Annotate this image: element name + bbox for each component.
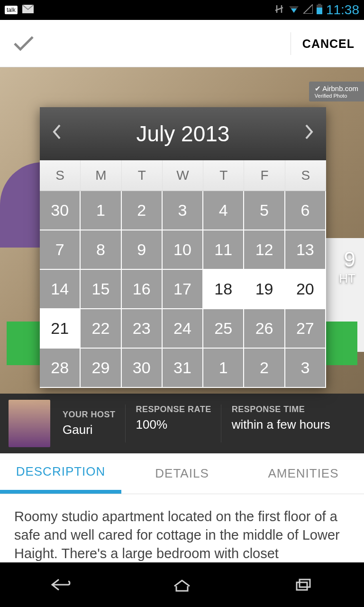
svg-rect-3 — [318, 4, 321, 5]
your-host-column: YOUR HOST Gauri — [59, 410, 119, 437]
vibrate-icon — [274, 4, 284, 17]
calendar-header: July 2013 — [40, 107, 326, 160]
response-time-value: within a few hours — [232, 417, 330, 432]
calendar-day[interactable]: 20 — [285, 270, 326, 309]
calendar-day[interactable]: 14 — [40, 270, 81, 309]
next-month-button[interactable] — [300, 120, 319, 147]
calendar-day[interactable]: 31 — [163, 349, 203, 388]
description-text: Roomy studio apartment located on the fi… — [0, 494, 364, 562]
calendar-day[interactable]: 9 — [122, 230, 163, 270]
weekday-header: M — [81, 160, 121, 191]
calendar-day[interactable]: 24 — [163, 309, 203, 349]
cancel-button[interactable]: CANCEL — [291, 32, 355, 55]
calendar-day[interactable]: 5 — [244, 191, 285, 230]
calendar-day[interactable]: 30 — [40, 191, 81, 230]
calendar-day[interactable]: 25 — [203, 309, 244, 349]
badge-subtitle: Verified Photo — [315, 93, 358, 99]
cell-signal-icon — [303, 4, 313, 16]
calendar-day[interactable]: 26 — [244, 309, 285, 349]
weekday-header: S — [40, 160, 81, 191]
response-rate-column: RESPONSE RATE 100% — [125, 405, 215, 442]
svg-rect-4 — [297, 582, 307, 590]
home-button[interactable] — [168, 576, 196, 593]
calendar-day[interactable]: 11 — [203, 230, 244, 270]
calendar-day[interactable]: 7 — [40, 230, 81, 270]
response-rate-label: RESPONSE RATE — [136, 405, 211, 414]
svg-rect-2 — [317, 8, 322, 14]
calendar-day[interactable]: 3 — [163, 191, 203, 230]
svg-rect-5 — [300, 579, 310, 587]
calendar-day[interactable]: 27 — [285, 309, 326, 349]
calendar-day[interactable]: 15 — [81, 270, 121, 309]
calendar-day[interactable]: 13 — [285, 230, 326, 270]
host-avatar[interactable] — [9, 400, 50, 447]
calendar-day[interactable]: 29 — [81, 349, 121, 388]
calendar-day[interactable]: 28 — [40, 349, 81, 388]
calendar-day[interactable]: 1 — [81, 191, 121, 230]
status-bar: talk 11:38 — [0, 0, 364, 20]
tab-amenities[interactable]: AMENITIES — [243, 453, 364, 494]
calendar-day[interactable]: 21 — [40, 309, 81, 349]
calendar-day[interactable]: 30 — [122, 349, 163, 388]
your-host-label: YOUR HOST — [63, 410, 116, 420]
weekday-header: W — [163, 160, 203, 191]
badge-title: Airbnb.com — [322, 84, 358, 92]
weekday-header: F — [244, 160, 285, 191]
calendar-day[interactable]: 23 — [122, 309, 163, 349]
status-time: 11:38 — [326, 2, 359, 18]
detail-tabs: DESCRIPTION DETAILS AMENITIES — [0, 453, 364, 494]
calendar-day[interactable]: 17 — [163, 270, 203, 309]
calendar-day[interactable]: 1 — [203, 349, 244, 388]
calendar-day[interactable]: 16 — [122, 270, 163, 309]
tab-description[interactable]: DESCRIPTION — [0, 453, 121, 494]
calendar-day[interactable]: 4 — [203, 191, 244, 230]
price-unit: HT — [339, 271, 355, 286]
battery-icon — [317, 4, 322, 17]
date-picker: July 2013 SMTWTFS 3012345678910111213141… — [40, 107, 326, 388]
tab-details[interactable]: DETAILS — [121, 453, 243, 494]
calendar-day[interactable]: 12 — [244, 230, 285, 270]
calendar-day[interactable]: 2 — [244, 349, 285, 388]
calendar-day[interactable]: 2 — [122, 191, 163, 230]
price-amount: 9 — [344, 248, 355, 271]
calendar-grid: 3012345678910111213141516171819202122232… — [40, 191, 326, 388]
wifi-icon — [288, 4, 300, 16]
calendar-day[interactable]: 3 — [285, 349, 326, 388]
weekday-header: S — [285, 160, 326, 191]
calendar-day[interactable]: 10 — [163, 230, 203, 270]
response-time-label: RESPONSE TIME — [232, 405, 330, 414]
your-host-value: Gauri — [63, 423, 116, 437]
back-button[interactable] — [46, 576, 75, 593]
host-info-strip: YOUR HOST Gauri RESPONSE RATE 100% RESPO… — [0, 394, 364, 453]
talk-notification-icon: talk — [5, 6, 18, 14]
response-rate-value: 100% — [136, 417, 211, 432]
response-time-column: RESPONSE TIME within a few hours — [221, 405, 334, 442]
calendar-title: July 2013 — [136, 121, 230, 147]
price-per-night: 9 HT — [339, 248, 355, 286]
calendar-day[interactable]: 6 — [285, 191, 326, 230]
calendar-day[interactable]: 19 — [244, 270, 285, 309]
verified-photo-badge: ✔ Airbnb.com Verified Photo — [309, 82, 364, 101]
calendar-day[interactable]: 8 — [81, 230, 121, 270]
calendar-weekday-row: SMTWTFS — [40, 160, 326, 191]
calendar-day[interactable]: 18 — [203, 270, 244, 309]
app-bar: CANCEL — [0, 20, 364, 67]
gmail-icon — [22, 5, 34, 16]
android-nav-bar — [0, 562, 364, 607]
weekday-header: T — [203, 160, 244, 191]
prev-month-button[interactable] — [46, 120, 66, 147]
recent-apps-button[interactable] — [289, 576, 318, 593]
confirm-button[interactable] — [9, 29, 38, 58]
weekday-header: T — [122, 160, 163, 191]
calendar-day[interactable]: 22 — [81, 309, 121, 349]
